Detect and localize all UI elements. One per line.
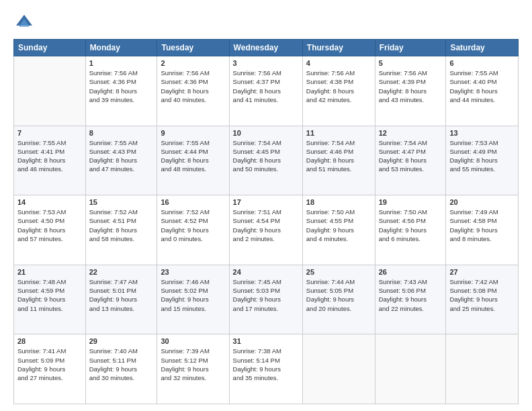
cell-line: Sunset: 5:12 PM [161,356,225,365]
cell-line: Sunrise: 7:43 AM [379,277,443,286]
calendar-cell: 23Sunrise: 7:46 AMSunset: 5:02 PMDayligh… [157,265,229,334]
cell-line: Sunset: 4:59 PM [17,286,82,295]
cell-line: Sunrise: 7:50 AM [306,208,371,216]
calendar-cell [375,334,446,404]
day-number: 20 [449,198,515,206]
cell-line: Sunrise: 7:56 AM [306,68,371,77]
calendar-cell [14,56,86,126]
day-number: 25 [306,268,371,276]
cell-content: Sunrise: 7:52 AMSunset: 4:52 PMDaylight:… [161,208,225,243]
cell-line: and 6 minutes. [379,234,443,243]
cell-line: Sunrise: 7:40 AM [89,347,154,355]
cell-line: Sunrise: 7:51 AM [233,208,299,216]
cell-content: Sunrise: 7:56 AMSunset: 4:36 PMDaylight:… [89,68,154,104]
cell-line: Daylight: 9 hours [449,226,515,234]
cell-line: Sunset: 5:03 PM [233,286,299,295]
cell-line: Sunrise: 7:42 AM [449,277,515,286]
cell-line: Daylight: 8 hours [89,87,154,95]
cell-line: Daylight: 8 hours [233,156,299,165]
cell-content: Sunrise: 7:55 AMSunset: 4:40 PMDaylight:… [449,68,515,104]
cell-content: Sunrise: 7:45 AMSunset: 5:03 PMDaylight:… [233,277,299,313]
cell-content: Sunrise: 7:53 AMSunset: 4:49 PMDaylight:… [449,138,515,174]
day-number: 16 [161,198,225,206]
cell-line: Sunset: 4:38 PM [306,77,371,86]
cell-line: Sunrise: 7:38 AM [233,347,299,355]
day-number: 23 [161,268,225,276]
day-number: 27 [449,268,515,276]
cell-line: Sunset: 5:01 PM [89,286,154,295]
cell-line: Sunrise: 7:47 AM [89,277,154,286]
calendar-cell: 24Sunrise: 7:45 AMSunset: 5:03 PMDayligh… [229,265,302,334]
day-number: 6 [449,59,515,67]
cell-line: and 57 minutes. [17,234,82,243]
cell-line: Daylight: 9 hours [161,226,225,234]
cell-line: Daylight: 8 hours [233,87,299,95]
cell-line: Daylight: 8 hours [17,156,82,165]
calendar-header-saturday: Saturday [446,40,519,56]
cell-line: Sunrise: 7:55 AM [449,68,515,77]
cell-line: Sunset: 5:11 PM [89,356,154,365]
cell-line: Sunset: 4:56 PM [379,216,443,225]
cell-line: Sunset: 4:50 PM [17,216,82,225]
calendar-cell [302,334,375,404]
cell-line: Sunset: 4:43 PM [89,147,154,156]
calendar-cell: 8Sunrise: 7:55 AMSunset: 4:43 PMDaylight… [85,126,157,195]
calendar-cell [446,334,519,404]
calendar-week-2: 7Sunrise: 7:55 AMSunset: 4:41 PMDaylight… [14,126,519,195]
cell-line: and 11 minutes. [17,304,82,313]
cell-content: Sunrise: 7:46 AMSunset: 5:02 PMDaylight:… [161,277,225,313]
calendar-cell: 13Sunrise: 7:53 AMSunset: 4:49 PMDayligh… [446,126,519,195]
calendar-cell: 12Sunrise: 7:54 AMSunset: 4:47 PMDayligh… [375,126,446,195]
day-number: 17 [233,198,299,206]
cell-line: and 43 minutes. [379,95,443,104]
cell-line: and 32 minutes. [161,373,225,382]
cell-line: Sunset: 4:58 PM [449,216,515,225]
day-number: 22 [89,268,154,276]
day-number: 1 [89,59,154,67]
calendar-cell: 5Sunrise: 7:56 AMSunset: 4:39 PMDaylight… [375,56,446,126]
cell-line: Sunrise: 7:56 AM [89,68,154,77]
cell-line: and 13 minutes. [89,304,154,313]
calendar-header-row: SundayMondayTuesdayWednesdayThursdayFrid… [14,40,519,56]
cell-line: Sunset: 4:41 PM [17,147,82,156]
calendar-week-1: 1Sunrise: 7:56 AMSunset: 4:36 PMDaylight… [14,56,519,126]
cell-content: Sunrise: 7:39 AMSunset: 5:12 PMDaylight:… [161,347,225,382]
cell-line: Sunrise: 7:45 AM [233,277,299,286]
cell-content: Sunrise: 7:56 AMSunset: 4:37 PMDaylight:… [233,68,299,104]
cell-line: and 4 minutes. [306,234,371,243]
cell-line: Sunrise: 7:56 AM [379,68,443,77]
cell-line: and 47 minutes. [89,165,154,173]
cell-line: and 39 minutes. [89,95,154,104]
cell-line: and 55 minutes. [449,165,515,173]
calendar-cell: 22Sunrise: 7:47 AMSunset: 5:01 PMDayligh… [85,265,157,334]
day-number: 29 [89,337,154,345]
cell-line: Daylight: 8 hours [449,156,515,165]
cell-line: Daylight: 9 hours [233,365,299,373]
cell-line: and 41 minutes. [233,95,299,104]
cell-content: Sunrise: 7:54 AMSunset: 4:46 PMDaylight:… [306,138,371,174]
page: SundayMondayTuesdayWednesdayThursdayFrid… [0,0,532,411]
calendar-header-wednesday: Wednesday [229,40,302,56]
day-number: 21 [17,268,82,276]
cell-line: and 50 minutes. [233,165,299,173]
cell-line: Sunset: 4:44 PM [161,147,225,156]
cell-line: Daylight: 8 hours [89,226,154,234]
cell-content: Sunrise: 7:54 AMSunset: 4:45 PMDaylight:… [233,138,299,174]
calendar-cell: 27Sunrise: 7:42 AMSunset: 5:08 PMDayligh… [446,265,519,334]
cell-content: Sunrise: 7:42 AMSunset: 5:08 PMDaylight:… [449,277,515,313]
day-number: 26 [379,268,443,276]
cell-content: Sunrise: 7:49 AMSunset: 4:58 PMDaylight:… [449,208,515,243]
cell-line: and 40 minutes. [161,95,225,104]
day-number: 14 [17,198,82,206]
calendar-header-friday: Friday [375,40,446,56]
calendar-table: SundayMondayTuesdayWednesdayThursdayFrid… [13,39,519,404]
cell-line: Daylight: 8 hours [379,156,443,165]
cell-content: Sunrise: 7:48 AMSunset: 4:59 PMDaylight:… [17,277,82,313]
cell-line: Sunset: 4:47 PM [379,147,443,156]
cell-line: Sunset: 4:37 PM [233,77,299,86]
cell-line: and 51 minutes. [306,165,371,173]
cell-content: Sunrise: 7:56 AMSunset: 4:36 PMDaylight:… [161,68,225,104]
cell-line: and 44 minutes. [449,95,515,104]
cell-line: Daylight: 9 hours [89,365,154,373]
cell-line: Sunrise: 7:54 AM [233,138,299,147]
